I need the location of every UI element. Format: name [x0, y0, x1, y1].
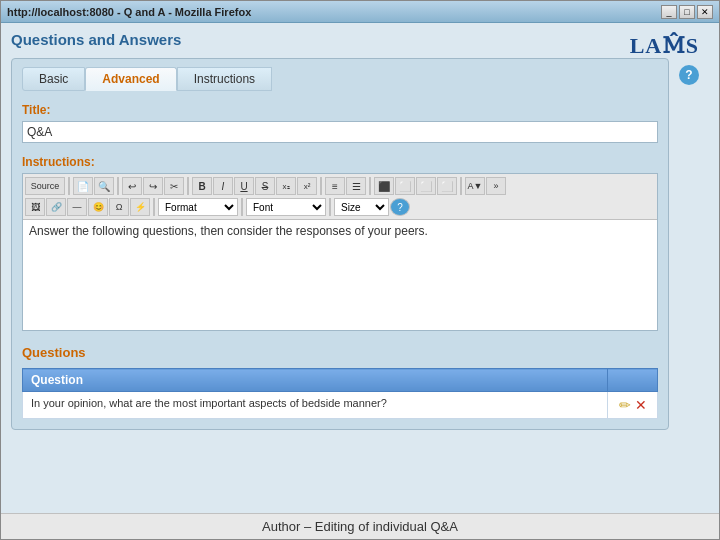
rte-container: Source 📄 🔍 ↩ ↪ ✂ B I U S: [22, 173, 658, 331]
underline-button[interactable]: U: [234, 177, 254, 195]
undo-button[interactable]: ↩: [122, 177, 142, 195]
lams-logo: LAM̂S: [630, 33, 699, 59]
align-justify-button[interactable]: ⬜: [437, 177, 457, 195]
text-color-button[interactable]: A▼: [465, 177, 485, 195]
hr-button[interactable]: —: [67, 198, 87, 216]
more-button[interactable]: »: [486, 177, 506, 195]
action-cell: ✏✕: [608, 392, 658, 419]
format-dropdown[interactable]: Format: [158, 198, 238, 216]
close-button[interactable]: ✕: [697, 5, 713, 19]
rte-editor-content[interactable]: Answer the following questions, then con…: [23, 220, 657, 330]
tab-container: Basic Advanced Instructions Title: Instr…: [11, 58, 669, 430]
link-button[interactable]: 🔗: [46, 198, 66, 216]
strikethrough-button[interactable]: S: [255, 177, 275, 195]
toolbar-icon-1[interactable]: 📄: [73, 177, 93, 195]
delete-question-button[interactable]: ✕: [635, 397, 647, 413]
bold-button[interactable]: B: [192, 177, 212, 195]
toolbar-sep-1: [68, 177, 70, 195]
emoji-button[interactable]: 😊: [88, 198, 108, 216]
rte-toolbar: Source 📄 🔍 ↩ ↪ ✂ B I U S: [23, 174, 657, 220]
edit-question-button[interactable]: ✏: [619, 397, 631, 413]
redo-button[interactable]: ↪: [143, 177, 163, 195]
cut-button[interactable]: ✂: [164, 177, 184, 195]
toolbar-sep-2: [117, 177, 119, 195]
restore-button[interactable]: □: [679, 5, 695, 19]
image-button[interactable]: 🖼: [25, 198, 45, 216]
page-content: Questions and Answers LAM̂S ? Basic Adva…: [1, 23, 719, 513]
questions-table: Question In your opinion, what are the m…: [22, 368, 658, 419]
toolbar-row-1: Source 📄 🔍 ↩ ↪ ✂ B I U S: [25, 176, 655, 196]
title-section: Title:: [22, 103, 658, 143]
help-icon[interactable]: ?: [679, 65, 699, 85]
actions-column-header: [608, 369, 658, 392]
page-title: Questions and Answers: [11, 31, 709, 48]
questions-section-title: Questions: [22, 345, 658, 360]
table-header-row: Question: [23, 369, 658, 392]
tab-instructions[interactable]: Instructions: [177, 67, 272, 91]
toolbar-sep-9: [329, 198, 331, 216]
questions-section: Questions Question In your opinion, what…: [22, 345, 658, 419]
question-text: In your opinion, what are the most impor…: [23, 392, 608, 419]
align-right-button[interactable]: ⬜: [416, 177, 436, 195]
source-button[interactable]: Source: [25, 177, 65, 195]
lams-logo-text: LAM̂S: [630, 33, 699, 58]
browser-title: http://localhost:8080 - Q and A - Mozill…: [7, 6, 251, 18]
superscript-button[interactable]: x²: [297, 177, 317, 195]
toolbar-row-2: 🖼 🔗 — 😊 Ω ⚡ Format F: [25, 197, 655, 217]
ordered-list-button[interactable]: ≡: [325, 177, 345, 195]
align-center-button[interactable]: ⬜: [395, 177, 415, 195]
toolbar-sep-8: [241, 198, 243, 216]
toolbar-sep-4: [320, 177, 322, 195]
toolbar-sep-7: [153, 198, 155, 216]
title-input[interactable]: [22, 121, 658, 143]
table-row: In your opinion, what are the most impor…: [23, 392, 658, 419]
align-left-button[interactable]: ⬛: [374, 177, 394, 195]
browser-window: http://localhost:8080 - Q and A - Mozill…: [0, 0, 720, 540]
tab-advanced[interactable]: Advanced: [85, 67, 176, 91]
title-label: Title:: [22, 103, 658, 117]
tabs: Basic Advanced Instructions: [22, 67, 658, 91]
subscript-button[interactable]: x₂: [276, 177, 296, 195]
size-dropdown[interactable]: Size: [334, 198, 389, 216]
toolbar-sep-6: [460, 177, 462, 195]
question-column-header: Question: [23, 369, 608, 392]
special-char-button[interactable]: Ω: [109, 198, 129, 216]
toolbar-sep-5: [369, 177, 371, 195]
instructions-label: Instructions:: [22, 155, 658, 169]
font-dropdown[interactable]: Font: [246, 198, 326, 216]
italic-button[interactable]: I: [213, 177, 233, 195]
toolbar-icon-2[interactable]: 🔍: [94, 177, 114, 195]
window-controls: _ □ ✕: [661, 5, 713, 19]
title-bar: http://localhost:8080 - Q and A - Mozill…: [1, 1, 719, 23]
flash-button[interactable]: ⚡: [130, 198, 150, 216]
unordered-list-button[interactable]: ☰: [346, 177, 366, 195]
minimize-button[interactable]: _: [661, 5, 677, 19]
toolbar-sep-3: [187, 177, 189, 195]
tab-basic[interactable]: Basic: [22, 67, 85, 91]
instructions-section: Instructions: Source 📄 🔍 ↩ ↪ ✂: [22, 155, 658, 331]
help-toolbar-button[interactable]: ?: [390, 198, 410, 216]
footer-caption: Author – Editing of individual Q&A: [1, 513, 719, 539]
